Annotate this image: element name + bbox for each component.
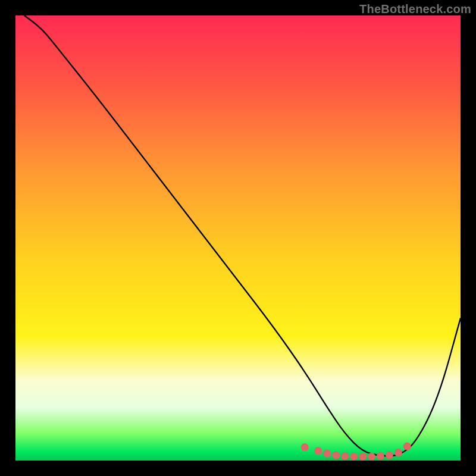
marker-dot xyxy=(350,453,358,461)
watermark-text: TheBottleneck.com xyxy=(359,2,471,16)
plot-background xyxy=(15,15,461,461)
marker-dot xyxy=(403,443,411,450)
marker-dot xyxy=(359,453,367,461)
marker-dot xyxy=(394,449,402,456)
marker-dot xyxy=(341,452,349,460)
marker-dot xyxy=(323,450,331,458)
chart-container: TheBottleneck.com xyxy=(0,0,476,476)
marker-dot xyxy=(377,452,384,460)
bottleneck-chart xyxy=(0,0,476,476)
marker-dot xyxy=(332,452,340,459)
marker-dot xyxy=(301,443,309,451)
marker-dot xyxy=(386,452,393,459)
marker-dot xyxy=(368,453,375,461)
marker-dot xyxy=(314,447,322,455)
